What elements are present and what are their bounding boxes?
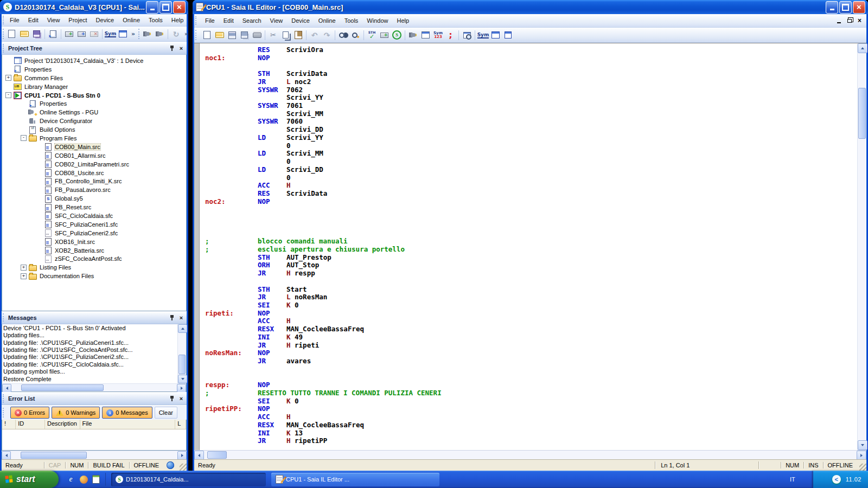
- 0-messages-button[interactable]: 0 Messages: [102, 407, 152, 419]
- code-line[interactable]: [205, 222, 857, 230]
- find-icon[interactable]: [337, 29, 349, 41]
- code-line[interactable]: ripeti:NOP: [205, 310, 857, 318]
- error-list-hscrollbar[interactable]: [2, 451, 187, 459]
- menu-search[interactable]: Search: [238, 15, 266, 27]
- tree-item[interactable]: -CPU1 - PCD1 - S-Bus Stn 0: [2, 91, 186, 100]
- tree-expander-icon[interactable]: -: [21, 135, 27, 141]
- tree-item[interactable]: Online Settings - PGU: [2, 108, 186, 117]
- menu-file[interactable]: File: [201, 15, 219, 27]
- overflow-icon[interactable]: [130, 28, 137, 40]
- tree-item[interactable]: COB00_Main.src: [2, 143, 186, 151]
- tree-item[interactable]: FB_PausaLavoro.src: [2, 185, 186, 194]
- new-file-icon[interactable]: [201, 29, 213, 41]
- device-delete-icon[interactable]: [88, 28, 100, 40]
- symbol-editor-icon[interactable]: [420, 29, 431, 41]
- code-line[interactable]: 0: [205, 142, 857, 150]
- 0-warnings-button[interactable]: 0 Warnings: [52, 407, 100, 419]
- code-line[interactable]: [205, 230, 857, 238]
- close-panel-icon[interactable]: ×: [177, 395, 185, 402]
- undo-icon[interactable]: [309, 29, 320, 41]
- tree-item[interactable]: SFC_PuliziaCeneri2.sfc: [2, 229, 186, 237]
- code-line[interactable]: RESScriviData: [205, 190, 857, 198]
- code-line[interactable]: RESXMAN_CocleeBassaFreq: [205, 421, 857, 429]
- close-button[interactable]: [853, 1, 865, 14]
- sym-underline-icon[interactable]: [477, 29, 489, 41]
- sym-underline-icon[interactable]: [105, 28, 116, 40]
- clear-button[interactable]: Clear: [155, 407, 177, 419]
- open-project-icon[interactable]: [18, 28, 30, 40]
- column-header-id[interactable]: ID: [16, 420, 45, 429]
- table-2-icon[interactable]: [502, 29, 514, 41]
- online-config-icon[interactable]: [154, 28, 165, 40]
- paste-icon[interactable]: [292, 29, 304, 41]
- column-header-description[interactable]: Description: [45, 420, 80, 429]
- start-button[interactable]: start: [0, 471, 59, 488]
- go-online-icon[interactable]: [142, 28, 153, 40]
- code-line[interactable]: ACCH: [205, 182, 857, 190]
- code-line[interactable]: STHAUT_Prestop: [205, 254, 857, 262]
- task-button[interactable]: CPU1 - Saia IL Editor ...: [271, 473, 439, 486]
- code-line[interactable]: JRavares: [205, 357, 857, 365]
- code-line[interactable]: ORHAUT_Stop: [205, 261, 857, 269]
- tray-chevron-icon[interactable]: <: [832, 475, 841, 484]
- menu-edit[interactable]: Edit: [219, 15, 238, 27]
- online-config-icon[interactable]: [407, 29, 419, 41]
- tree-item[interactable]: SFC_PuliziaCeneri1.sfc: [2, 220, 186, 229]
- ie-icon[interactable]: [66, 475, 75, 484]
- code-line[interactable]: RESXMAN_CocleeBassaFreq: [205, 325, 857, 333]
- code-line[interactable]: LDScrivi_MM: [205, 150, 857, 158]
- tree-item[interactable]: +Common Files: [2, 74, 186, 82]
- tree-item[interactable]: Library Manager: [2, 82, 186, 91]
- code-line[interactable]: noc1:NOP: [205, 54, 857, 62]
- column-header-file[interactable]: File: [80, 420, 176, 429]
- scroll-down-icon[interactable]: [858, 440, 867, 450]
- tree-item[interactable]: Device Configurator: [2, 117, 186, 125]
- code-line[interactable]: INIK 49: [205, 333, 857, 342]
- menu-view[interactable]: View: [266, 15, 288, 27]
- tree-item[interactable]: XOB2_Batteria.src: [2, 246, 186, 255]
- table-1-icon[interactable]: [490, 29, 501, 41]
- tree-item[interactable]: SFC_CicloCaldaia.sfc: [2, 211, 186, 220]
- error-list-body[interactable]: [2, 429, 186, 450]
- restore-project-icon[interactable]: [31, 28, 42, 40]
- scroll-up-icon[interactable]: [178, 324, 187, 333]
- code-line[interactable]: SYSWR7061: [205, 102, 857, 110]
- close-button[interactable]: [173, 1, 186, 14]
- tree-item[interactable]: COB01_Allarmi.src: [2, 151, 186, 160]
- scroll-left-icon[interactable]: [2, 451, 11, 460]
- tree-item[interactable]: XOB16_Init.src: [2, 237, 186, 246]
- menu-online[interactable]: Online: [314, 15, 340, 27]
- notes-icon[interactable]: [92, 475, 100, 484]
- tree-item[interactable]: Global.sy5: [2, 194, 186, 203]
- code-line[interactable]: STHScriviData: [205, 70, 857, 78]
- tree-item[interactable]: COB02_LimitaParametri.src: [2, 160, 186, 169]
- code-line[interactable]: [205, 206, 857, 214]
- code-line[interactable]: JRH ripetiPP: [205, 437, 857, 445]
- code-line[interactable]: 0: [205, 174, 857, 182]
- menu-tools[interactable]: Tools: [340, 15, 363, 27]
- view-list-icon[interactable]: [461, 29, 473, 41]
- menu-tools[interactable]: Tools: [144, 17, 167, 23]
- data-list-icon[interactable]: [117, 28, 129, 40]
- code-line[interactable]: ;RESETTO TUTTO TRANNE I COMANDI PULIZIA …: [205, 389, 857, 397]
- code-line[interactable]: ;blocco comandi manuali: [205, 237, 857, 246]
- tree-item[interactable]: Project 'D120130174_Caldaia_V3' : 1 Devi…: [2, 56, 186, 65]
- pin-icon[interactable]: [168, 314, 176, 322]
- properties-icon[interactable]: [47, 28, 59, 40]
- scroll-up-icon[interactable]: [858, 43, 867, 53]
- saia-icon[interactable]: [391, 29, 403, 41]
- code-line[interactable]: [205, 62, 857, 70]
- tree-item[interactable]: +Listing Files: [2, 263, 186, 272]
- code-line[interactable]: Scrivi_DD: [205, 126, 857, 134]
- tree-expander-icon[interactable]: -: [5, 92, 11, 98]
- code-line[interactable]: noc2:NOP: [205, 198, 857, 206]
- menu-window[interactable]: Window: [362, 15, 392, 27]
- last-error-icon[interactable]: [445, 29, 456, 41]
- menu-help[interactable]: Help: [392, 15, 413, 27]
- tree-item[interactable]: -Program Files: [2, 134, 186, 143]
- code-line[interactable]: RESScriviOra: [205, 46, 857, 54]
- find-next-icon[interactable]: [350, 29, 361, 41]
- editor-vscrollbar[interactable]: [857, 43, 866, 450]
- messages-hscrollbar[interactable]: [2, 383, 186, 391]
- device-insert-icon[interactable]: [76, 28, 87, 40]
